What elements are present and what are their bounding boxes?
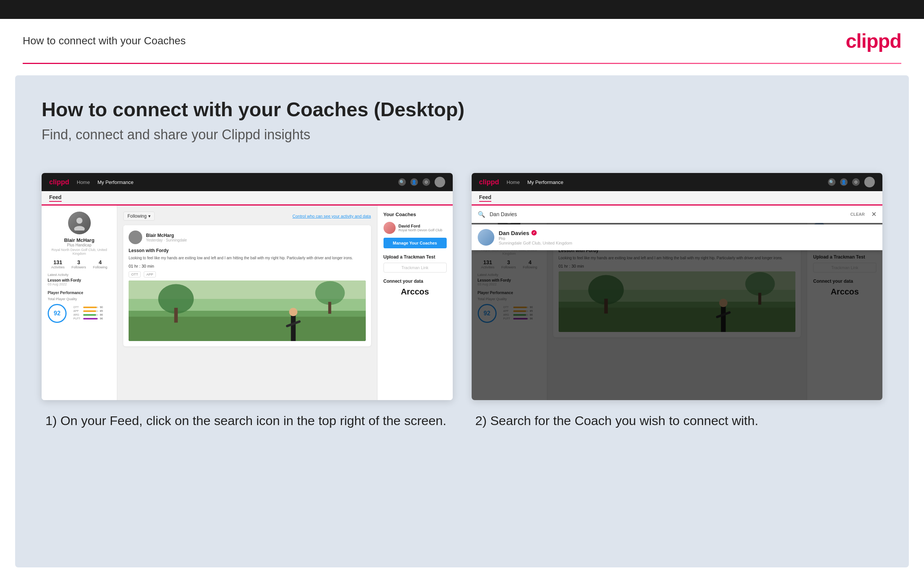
stat-activities-1: 131 Activities [51,259,65,269]
bar-arg-track-1 [83,314,98,316]
trackman-input-1[interactable]: Trackman Link [384,263,447,273]
svg-rect-12 [328,302,331,314]
post-tag-app-1: APP [144,271,156,278]
coach-item-1: David Ford Royal North Devon Golf Club [384,222,447,234]
main-subtitle: Find, connect and share your Clippd insi… [42,127,882,143]
app-nav-2: clippd Home My Performance 🔍 👤 ⚙ [472,173,883,191]
app-nav-1: clippd Home My Performance 🔍 👤 ⚙ [42,173,453,191]
user-avatar-nav-2[interactable] [864,177,875,187]
nav-link-home-2[interactable]: Home [507,179,520,185]
control-link-1[interactable]: Control who can see your activity and da… [292,214,371,218]
following-header-1: Following ▾ Control who can see your act… [123,212,371,221]
bar-app-fill-1 [83,310,96,312]
nav-link-myperformance-2[interactable]: My Performance [527,179,563,185]
profile-name-1: Blair McHarg [48,237,111,243]
search-icon-nav-1[interactable]: 🔍 [398,178,406,186]
search-result-item[interactable]: Dan Davies ✓ Pro Sunningdale Golf Club, … [472,224,883,250]
profile-location-1: Royal North Devon Golf Club, United King… [48,248,111,255]
manage-coaches-btn-1[interactable]: Manage Your Coaches [384,238,447,248]
feed-tab-2: Feed [472,191,883,206]
feed-tab-1: Feed [42,191,453,206]
feed-tab-label-2[interactable]: Feed [479,194,492,202]
result-club: Sunningdale Golf Club, United Kingdom [499,241,572,245]
result-name: Dan Davies ✓ [499,230,572,236]
coach-name-1: David Ford [399,224,443,228]
connect-title-1: Connect your data [384,279,447,284]
search-icon-nav-2[interactable]: 🔍 [828,178,835,186]
app-body-1: Blair McHarg Plus Handicap Royal North D… [42,206,453,400]
coach-avatar-1 [384,222,396,234]
perf-sub-1: Total Player Quality [48,297,111,301]
search-input-value[interactable]: Dan Davies [490,211,846,217]
search-icon-overlay: 🔍 [478,211,485,218]
player-performance-1: Player Performance Total Player Quality … [48,291,111,323]
post-image-1 [129,281,366,341]
nav-link-myperformance-1[interactable]: My Performance [97,179,134,185]
user-icon-nav-2[interactable]: 👤 [840,178,848,186]
coaches-title-1: Your Coaches [384,212,447,217]
stat-followers-num-1: 3 [71,259,86,265]
app-nav-logo-2: clippd [479,178,499,186]
post-tag-ott-1: OTT [129,271,141,278]
stat-following-1: 4 Following [93,259,107,269]
post-meta-1: Yesterday · Sunningdale [146,238,187,242]
feed-tab-label-1[interactable]: Feed [49,194,61,202]
profile-stats-1: 131 Activities 3 Followers 4 Following [48,259,111,269]
app-nav-icons-1: 🔍 👤 ⚙ [398,177,445,187]
step-text-1: 1) On your Feed, click on the search ico… [45,412,449,429]
upload-title-1: Upload a Trackman Test [384,254,447,260]
activity-name-1: Lesson with Fordy [48,278,111,283]
search-close-btn[interactable]: × [871,209,876,219]
left-sidebar-1: Blair McHarg Plus Handicap Royal North D… [42,206,117,400]
stat-following-label-1: Following [93,265,107,269]
app-nav-logo-1: clippd [49,178,69,186]
screenshot-frame-1: clippd Home My Performance 🔍 👤 ⚙ Feed [42,173,453,400]
result-type: Pro [499,236,572,241]
screenshot-block-2: clippd Home My Performance 🔍 👤 ⚙ Feed [472,173,883,429]
bar-putt-track-1 [83,318,98,320]
connect-section-1: Connect your data Arccos [384,279,447,297]
post-tags-1: OTT APP [129,271,366,278]
step-caption-1: 1) On your Feed, click on the search ico… [42,412,453,429]
search-bar-container: 🔍 Dan Davies CLEAR × [472,206,883,223]
user-icon-nav-1[interactable]: 👤 [410,178,418,186]
screenshot-block-1: clippd Home My Performance 🔍 👤 ⚙ Feed [42,173,453,429]
bar-ott-val-1: 90 [100,306,103,308]
latest-activity-label-1: Latest Activity [48,273,111,277]
golf-scene-1 [129,281,366,341]
following-dropdown-1[interactable]: Following ▾ [123,212,155,221]
main-content: How to connect with your Coaches (Deskto… [15,75,909,567]
step-caption-2: 2) Search for the Coach you wish to conn… [472,412,883,429]
settings-icon-nav-1[interactable]: ⚙ [422,178,430,186]
top-bar [0,0,924,19]
arccos-logo-1: Arccos [384,287,447,297]
main-title: How to connect with your Coaches (Deskto… [42,98,882,121]
bar-putt-val-1: 96 [100,317,103,320]
app-nav-icons-2: 🔍 👤 ⚙ [828,177,875,187]
bar-ott-track-1 [83,307,98,308]
coach-info-1: David Ford Royal North Devon Golf Club [399,224,443,232]
stat-followers-1: 3 Followers [71,259,86,269]
bar-putt-fill-1 [83,318,97,320]
bar-app-label-1: APP [73,310,82,312]
post-avatar-1 [129,231,142,244]
upload-section-1: Upload a Trackman Test Trackman Link [384,254,447,273]
search-clear-btn[interactable]: CLEAR [850,212,865,216]
center-feed-1: Following ▾ Control who can see your act… [117,206,377,400]
bar-app-1: APP 85 [73,310,103,312]
chevron-down-icon-1: ▾ [148,213,150,219]
user-avatar-nav-1[interactable] [435,177,445,187]
header: How to connect with your Coaches clippd [0,19,924,63]
bar-ott-fill-1 [83,307,97,308]
svg-rect-6 [291,314,296,341]
nav-link-home-1[interactable]: Home [77,179,90,185]
post-author-name-1: Blair McHarg [146,233,187,238]
settings-icon-nav-2[interactable]: ⚙ [852,178,860,186]
stat-bars-1: OTT 90 APP [73,306,103,321]
result-info: Dan Davies ✓ Pro Sunningdale Golf Club, … [499,230,572,245]
right-sidebar-1: Your Coaches David Ford Royal North Devo… [377,206,453,400]
svg-rect-10 [174,308,178,323]
search-backdrop: 🔍 Dan Davies CLEAR × Dan Davies ✓ [472,206,883,400]
bar-app-val-1: 85 [100,310,103,312]
svg-point-1 [74,226,85,231]
